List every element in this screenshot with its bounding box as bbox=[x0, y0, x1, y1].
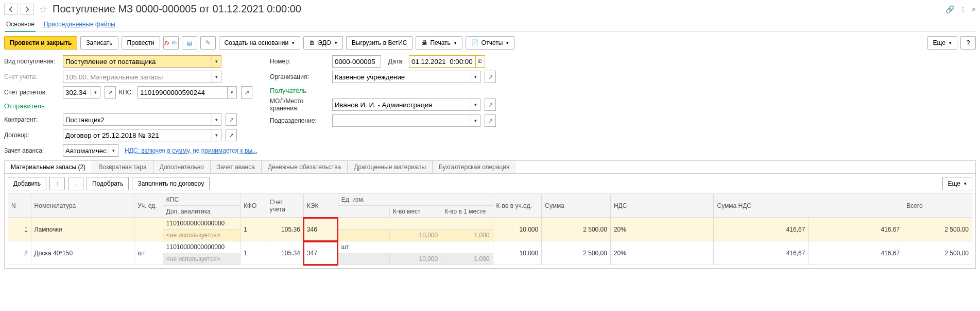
cell-nomenklatura[interactable]: Доска 40*150 bbox=[31, 241, 134, 265]
th-summa-nds[interactable]: Сумма НДС bbox=[714, 194, 903, 218]
cell-schet-ucheta[interactable]: 105.34 bbox=[266, 241, 303, 265]
cell-summa-nds[interactable]: 416,67 bbox=[714, 241, 809, 265]
nav-back-button[interactable] bbox=[4, 4, 18, 15]
cell-dop-analitika[interactable]: <не используется> bbox=[163, 253, 240, 265]
podobrat-button[interactable]: Подобрать bbox=[87, 177, 129, 190]
cell-kvo-1-meste[interactable]: 1,000 bbox=[441, 253, 493, 265]
post-and-close-button[interactable]: Провести и закрыть bbox=[4, 36, 77, 50]
cell-kvo-1-meste[interactable]: 1,000 bbox=[441, 230, 493, 241]
fill-by-dogovor-button[interactable]: Заполнить по договору bbox=[132, 177, 210, 190]
dogovor-open[interactable]: ↗ bbox=[226, 129, 237, 141]
cell-ed-izm[interactable]: шт bbox=[338, 241, 493, 253]
cell-n[interactable]: 2 bbox=[8, 241, 31, 265]
cell-dop-analitika[interactable]: <не используется> bbox=[163, 230, 240, 241]
cell-n[interactable]: 1 bbox=[8, 218, 31, 241]
th-kfo[interactable]: КФО bbox=[240, 194, 266, 218]
podrazdelenie-dropdown[interactable]: ▾ bbox=[471, 114, 480, 127]
cell-kvo-uched[interactable]: 10,000 bbox=[493, 218, 542, 241]
table-row[interactable]: 1Лампочки110100000000000001105.3634610,0… bbox=[8, 218, 972, 230]
cell-ed-izm[interactable] bbox=[338, 218, 493, 230]
cell-summa[interactable]: 2 500,00 bbox=[542, 241, 611, 265]
vid-postupleniya-dropdown[interactable]: ▾ bbox=[212, 55, 221, 68]
cell-kek[interactable]: 346 bbox=[303, 218, 338, 241]
th-ed-izm[interactable]: Ед. изм. bbox=[338, 194, 493, 206]
kps-open[interactable]: ↗ bbox=[241, 86, 252, 99]
th-uch-ed[interactable]: Уч. ед. bbox=[134, 194, 163, 218]
create-from-button[interactable]: Создать на основании▾ bbox=[219, 36, 301, 50]
zachet-avansa-dropdown[interactable]: ▾ bbox=[109, 144, 118, 157]
th-ei-sub[interactable] bbox=[338, 206, 389, 218]
list-icon-button[interactable]: ▤ bbox=[182, 36, 197, 50]
schet-raschetov-field[interactable] bbox=[63, 86, 91, 99]
podrazdelenie-field[interactable] bbox=[332, 114, 471, 127]
cell-nds[interactable]: 20% bbox=[610, 241, 714, 265]
cell-nomenklatura[interactable]: Лампочки bbox=[31, 218, 134, 241]
kontragent-field[interactable] bbox=[63, 113, 212, 126]
cell-ei-sub[interactable] bbox=[338, 230, 389, 241]
kps-field[interactable] bbox=[137, 86, 228, 99]
th-kek[interactable]: КЭК bbox=[303, 194, 338, 218]
kebab-menu-icon[interactable]: ⋮ bbox=[959, 5, 967, 13]
cell-schet-ucheta[interactable]: 105.36 bbox=[266, 218, 303, 241]
cell-summa-nds2[interactable]: 416,67 bbox=[809, 218, 903, 241]
cell-summa-nds2[interactable]: 416,67 bbox=[809, 241, 903, 265]
upload-vetis-button[interactable]: Выгрузить в ВетИС bbox=[346, 36, 413, 50]
move-up-button[interactable]: ↑ bbox=[49, 177, 65, 190]
tab-attached-files[interactable]: Присоединенные файлы bbox=[43, 18, 116, 31]
table-more-button[interactable]: Еще▾ bbox=[942, 177, 972, 190]
dt-kt-button[interactable]: ДтКт bbox=[163, 36, 179, 50]
tab-vozvratnaya-tara[interactable]: Возвратная тара bbox=[92, 161, 153, 173]
th-kvo-mest[interactable]: К-во мест bbox=[389, 206, 441, 218]
cell-kvo-mest[interactable]: 10,000 bbox=[389, 253, 441, 265]
cell-summa-nds[interactable]: 416,67 bbox=[714, 218, 809, 241]
table-row[interactable]: 2Доска 40*150шт110100000000000001105.343… bbox=[8, 241, 972, 253]
mol-open[interactable]: ↗ bbox=[485, 99, 496, 111]
tab-buh-operatsiya[interactable]: Бухгалтерская операция bbox=[433, 161, 515, 173]
favorite-star-icon[interactable]: ☆ bbox=[39, 4, 47, 15]
nomer-field[interactable] bbox=[332, 55, 381, 68]
th-kvo-1-meste[interactable]: К-во в 1 месте bbox=[441, 206, 493, 218]
nds-link[interactable]: НДС: включен в сумму, не принимается к в… bbox=[125, 147, 257, 154]
th-vsego[interactable]: Всего bbox=[903, 194, 972, 218]
cell-kfo[interactable]: 1 bbox=[240, 218, 266, 241]
kps-dropdown[interactable]: ▾ bbox=[228, 86, 237, 99]
tab-zachet-avansa[interactable]: Зачет аванса bbox=[211, 161, 262, 173]
cell-kfo[interactable]: 1 bbox=[240, 241, 266, 265]
th-kvo-uched[interactable]: К-во в уч.ед. bbox=[493, 194, 542, 218]
organizatsiya-field[interactable] bbox=[332, 71, 471, 83]
write-button[interactable]: Записать bbox=[80, 36, 118, 50]
tab-drag-materialy[interactable]: Драгоценные материалы bbox=[348, 161, 433, 173]
schet-ucheta-dropdown[interactable]: ▾ bbox=[212, 71, 221, 83]
cell-summa[interactable]: 2 500,00 bbox=[542, 218, 611, 241]
reports-button[interactable]: 📄Отчеты▾ bbox=[466, 36, 514, 50]
organizatsiya-dropdown[interactable]: ▾ bbox=[471, 71, 480, 83]
edit-icon-button[interactable]: ✎ bbox=[200, 36, 216, 50]
cell-nds[interactable]: 20% bbox=[610, 218, 714, 241]
edo-button[interactable]: 🗎ЭДО▾ bbox=[303, 36, 343, 50]
schet-raschetov-dropdown[interactable]: ▾ bbox=[91, 86, 100, 99]
mol-field[interactable] bbox=[332, 99, 471, 111]
nav-forward-button[interactable] bbox=[21, 4, 34, 15]
podrazdelenie-open[interactable]: ↗ bbox=[485, 114, 496, 127]
tab-main[interactable]: Основное bbox=[5, 18, 36, 32]
close-icon[interactable]: × bbox=[972, 5, 976, 13]
data-calendar-button[interactable]: 🗓 bbox=[476, 55, 485, 68]
print-button[interactable]: 🖶Печать▾ bbox=[416, 36, 462, 50]
cell-kvo-mest[interactable]: 10,000 bbox=[389, 230, 441, 241]
cell-kps[interactable]: 11010000000000000 bbox=[163, 241, 240, 253]
move-down-button[interactable]: ↓ bbox=[68, 177, 83, 190]
th-dop-analitika[interactable]: Доп. аналитика bbox=[163, 206, 240, 218]
tab-denezhnye-ob[interactable]: Денежные обязательства bbox=[262, 161, 348, 173]
schet-raschetov-open[interactable]: ↗ bbox=[105, 86, 116, 99]
dogovor-field[interactable] bbox=[63, 129, 212, 141]
cell-vsego[interactable]: 2 500,00 bbox=[903, 218, 972, 241]
cell-ei-sub[interactable] bbox=[338, 253, 389, 265]
data-field[interactable] bbox=[409, 55, 476, 68]
th-n[interactable]: N bbox=[8, 194, 31, 218]
tab-mat-zapasy[interactable]: Материальные запасы (2) bbox=[5, 161, 92, 173]
link-icon[interactable]: 🔗 bbox=[945, 5, 954, 13]
cell-uch-ed[interactable] bbox=[134, 218, 163, 241]
more-button[interactable]: Еще▾ bbox=[927, 36, 957, 50]
organizatsiya-open[interactable]: ↗ bbox=[485, 71, 496, 83]
help-button[interactable]: ? bbox=[960, 36, 976, 50]
